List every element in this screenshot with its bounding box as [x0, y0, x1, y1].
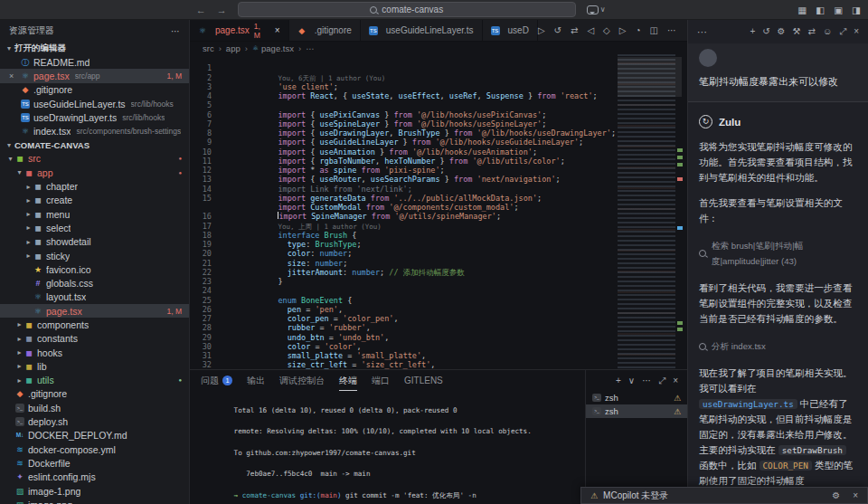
- panel-tab[interactable]: 终端: [339, 370, 357, 391]
- more-actions-icon[interactable]: ⋯: [697, 26, 707, 38]
- editor-action-icon[interactable]: ⇄: [571, 25, 578, 35]
- open-editor-item[interactable]: ◆ .gitignore: [0, 83, 189, 97]
- open-editor-item[interactable]: ⚛ index.tsx src/components/brush-setting…: [0, 124, 189, 138]
- project-section[interactable]: ▾ COMATE-CANVAS: [0, 138, 189, 152]
- layout-toggle-icon[interactable]: ◧: [816, 5, 825, 15]
- open-editor-item[interactable]: TS useGuideLineLayer.ts src/lib/hooks: [0, 97, 189, 110]
- tree-row[interactable]: M↓ DOCKER_DEPLOY.md: [0, 429, 189, 442]
- tree-row[interactable]: ▸ ◼ showdetail: [0, 235, 189, 249]
- editor-action-icon[interactable]: ⋯: [667, 25, 676, 35]
- open-editors-section[interactable]: ▾ 打开的编辑器: [0, 42, 189, 55]
- terminal-action-icon[interactable]: ∨: [628, 376, 635, 385]
- assistant-action-icon[interactable]: ⤢: [839, 26, 846, 37]
- assistant-blocks: 我将为您实现笔刷抖动幅度可修改的功能。首先我需要查看项目结构，找到与笔刷相关的组…: [699, 139, 857, 504]
- tree-row[interactable]: ▸ ◼ sticky: [0, 249, 189, 262]
- assistant-action-icon[interactable]: ⚒: [793, 26, 801, 37]
- editor-tab[interactable]: TS useGuideLineLayer.ts: [361, 20, 483, 41]
- terminal-action-icon[interactable]: ⤢: [658, 376, 665, 386]
- tree-row[interactable]: ⚛ layout.tsx: [0, 290, 189, 304]
- tree-row[interactable]: # globals.css: [0, 276, 189, 290]
- minimap[interactable]: [618, 54, 675, 369]
- editor-action-icon[interactable]: ▷: [619, 25, 627, 35]
- editor-action-icon[interactable]: ◁: [587, 25, 594, 35]
- nav-back-icon[interactable]: ←: [196, 5, 206, 15]
- breadcrumb[interactable]: src › app › ⚛ page.tsx › ⋯: [190, 42, 687, 55]
- tree-row[interactable]: ▸ ◼ utils ●: [0, 374, 189, 387]
- tree-row[interactable]: >_ deploy.sh: [0, 414, 189, 428]
- editor-tab[interactable]: ⚛ page.tsx 1, M ×: [190, 20, 289, 41]
- tree-row[interactable]: ≋ Dockerfile: [0, 456, 189, 470]
- close-icon[interactable]: ×: [9, 71, 21, 81]
- code-editor[interactable]: You, 6天前 | 1 author (You) 1 'use client'…: [190, 54, 687, 369]
- tree-row[interactable]: ◆ .gitignore: [0, 387, 189, 401]
- close-icon[interactable]: ×: [853, 490, 858, 500]
- tree-row[interactable]: ≋ docker-compose.yml: [0, 442, 189, 456]
- notification-toast[interactable]: ⚠ MCopilot 未登录 ⚙ ×: [580, 487, 868, 504]
- terminal-output[interactable]: Total 16 (delta 10), reused 0 (delta 0),…: [201, 393, 582, 504]
- assistant-action-icon[interactable]: ⇄: [808, 26, 816, 37]
- tree-row[interactable]: ✦ eslint.config.mjs: [0, 471, 189, 484]
- breadcrumb-item[interactable]: ⚛ page.tsx ›: [252, 43, 306, 53]
- more-actions-icon[interactable]: ⋯: [171, 26, 180, 36]
- panel-tab[interactable]: 问题 1: [201, 370, 232, 391]
- editor-action-icon[interactable]: ↺: [554, 25, 561, 35]
- tree-row[interactable]: >_ build.sh: [0, 401, 189, 414]
- command-center-search[interactable]: comate-canvas: [238, 2, 576, 17]
- editor-action-icon[interactable]: ◇: [603, 25, 610, 35]
- layout-toggle-icon[interactable]: ◨: [852, 5, 861, 15]
- layout-toggle-icon[interactable]: ▣: [834, 5, 843, 15]
- tree-row[interactable]: ▸ ◼ create: [0, 194, 189, 207]
- terminal-action-icon[interactable]: ⋯: [642, 376, 651, 385]
- panel-tab[interactable]: 端口: [372, 370, 390, 391]
- panel-tab[interactable]: 输出: [247, 370, 265, 391]
- editor-action-icon[interactable]: ▷: [538, 25, 545, 35]
- open-editor-item[interactable]: ⓘ README.md: [0, 55, 189, 69]
- tree-row[interactable]: ▸ ◼ select: [0, 221, 189, 234]
- file-icon: ◼: [33, 210, 42, 219]
- tree-row[interactable]: ⚛ page.tsx 1, M: [0, 304, 189, 318]
- editor-tab[interactable]: TS useD: [483, 20, 538, 41]
- assistant-block: 现在我了解了项目的笔刷相关实现。我可以看到在 useDrawingLayer.t…: [699, 366, 857, 504]
- code-token: ;: [593, 91, 598, 100]
- file-name: useGuideLineLayer.ts: [33, 99, 126, 109]
- open-editor-item[interactable]: TS useDrawingLayer.ts src/lib/hooks: [0, 110, 189, 124]
- assistant-action-icon[interactable]: ⚙: [778, 26, 786, 37]
- tree-row[interactable]: ▸ ◼ lib: [0, 359, 189, 373]
- tree-row[interactable]: ▨ image.png: [0, 498, 189, 504]
- terminal-item[interactable]: >_ zsh ⚠: [586, 404, 687, 418]
- tree-row[interactable]: ▸ ◼ constants: [0, 332, 189, 346]
- close-icon[interactable]: ×: [275, 25, 280, 35]
- tree-row[interactable]: ▸ ◼ menu: [0, 207, 189, 221]
- terminal-item[interactable]: >_ zsh ⚠: [586, 391, 687, 404]
- tree-row[interactable]: ▾ ◼ src ●: [0, 152, 189, 166]
- terminal-action-icon[interactable]: ×: [673, 376, 678, 385]
- tree-row[interactable]: ▾ ◼ app ●: [0, 166, 189, 179]
- assistant-action-icon[interactable]: ☺: [823, 26, 832, 37]
- tree-row[interactable]: ▨ image-1.png: [0, 484, 189, 498]
- editor-tab[interactable]: ◆ .gitignore: [289, 20, 361, 41]
- gear-icon[interactable]: ⚙: [832, 490, 840, 500]
- nav-forward-icon[interactable]: →: [217, 5, 227, 15]
- panel-tab[interactable]: GITLENS: [404, 370, 443, 391]
- chat-icon[interactable]: [587, 5, 599, 14]
- terminal-token: →: [234, 491, 242, 499]
- open-editor-item[interactable]: × ⚛ page.tsx src/app 1, M: [0, 69, 189, 82]
- tree-row[interactable]: ▸ ◼ chapter: [0, 179, 189, 193]
- breadcrumb-item[interactable]: ⋯: [306, 43, 315, 53]
- editor-action-icon[interactable]: ◔: [636, 25, 641, 35]
- breadcrumb-item[interactable]: app ›: [226, 43, 252, 53]
- tree-row[interactable]: ▸ ◼ components: [0, 318, 189, 331]
- assistant-action-icon[interactable]: +: [750, 26, 755, 37]
- chevron-down-icon[interactable]: ∨: [600, 5, 606, 14]
- terminal-action-icon[interactable]: +: [616, 376, 621, 385]
- editor-action-icon[interactable]: ◫: [650, 25, 658, 35]
- minimap-slider[interactable]: [618, 57, 682, 97]
- file-icon: ◆: [297, 26, 307, 35]
- assistant-action-icon[interactable]: ×: [854, 26, 859, 37]
- layout-toggle-icon[interactable]: ▦: [797, 5, 807, 15]
- tree-row[interactable]: ▸ ◼ hooks: [0, 346, 189, 359]
- tree-row[interactable]: ★ favicon.ico: [0, 262, 189, 276]
- panel-tab[interactable]: 调试控制台: [279, 370, 325, 391]
- breadcrumb-item[interactable]: src ›: [203, 43, 226, 53]
- assistant-action-icon[interactable]: ↺: [762, 26, 769, 37]
